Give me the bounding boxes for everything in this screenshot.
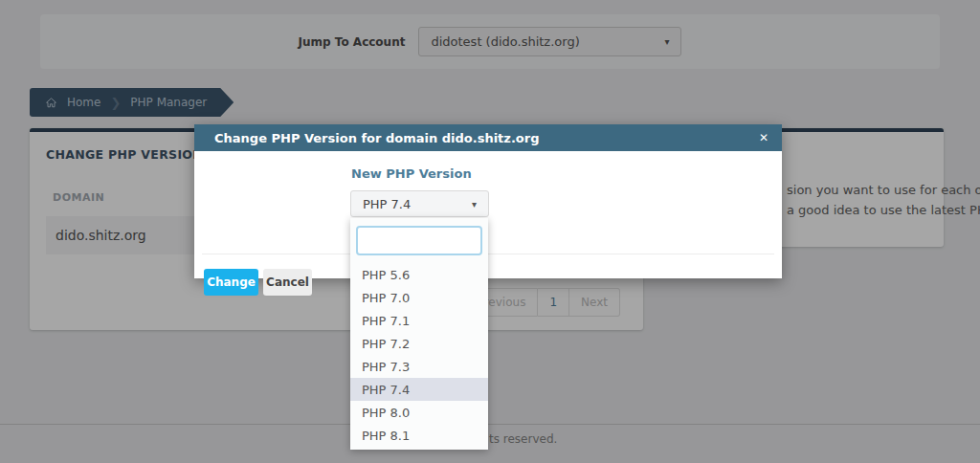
dropdown-option[interactable]: PHP 7.3 — [350, 355, 488, 378]
php-version-list: PHP 5.6PHP 7.0PHP 7.1PHP 7.2PHP 7.3PHP 7… — [350, 263, 488, 447]
dropdown-option[interactable]: PHP 7.1 — [350, 309, 488, 332]
php-version-select[interactable]: PHP 7.4 ▾ — [350, 190, 489, 217]
close-icon[interactable]: ✕ — [759, 131, 768, 144]
change-php-version-modal: Change PHP Version for domain dido.shitz… — [194, 124, 782, 278]
dropdown-option[interactable]: PHP 7.4 — [350, 378, 488, 401]
dropdown-option[interactable]: PHP 8.0 — [350, 401, 488, 424]
dropdown-search-input[interactable] — [356, 226, 482, 255]
php-version-select-value: PHP 7.4 — [363, 197, 411, 211]
modal-body: New PHP Version PHP 7.4 ▾ Change Cancel — [194, 151, 782, 278]
change-button[interactable]: Change — [204, 269, 258, 296]
cancel-button[interactable]: Cancel — [263, 269, 312, 296]
dropdown-option[interactable]: PHP 8.1 — [350, 424, 488, 447]
dropdown-option[interactable]: PHP 7.2 — [350, 332, 488, 355]
php-version-dropdown: PHP 5.6PHP 7.0PHP 7.1PHP 7.2PHP 7.3PHP 7… — [350, 218, 488, 450]
chevron-down-icon: ▾ — [472, 199, 477, 209]
modal-footer-divider — [202, 254, 774, 254]
modal-title: Change PHP Version for domain dido.shitz… — [214, 131, 540, 145]
modal-header: Change PHP Version for domain dido.shitz… — [194, 124, 782, 151]
new-php-version-label: New PHP Version — [351, 166, 472, 181]
dropdown-option[interactable]: PHP 5.6 — [350, 263, 488, 286]
dropdown-option[interactable]: PHP 7.0 — [350, 286, 488, 309]
